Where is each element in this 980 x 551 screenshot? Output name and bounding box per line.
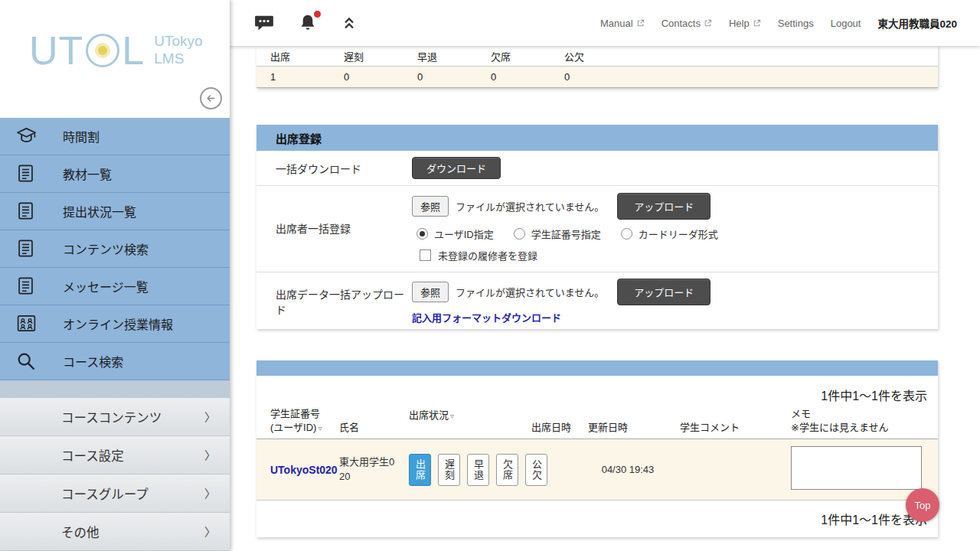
- section-title: 出席登録: [256, 125, 938, 151]
- summary-header-excused: 公欠: [550, 49, 624, 64]
- sidebar-item-submission-status[interactable]: 提出状況一覧: [0, 193, 230, 230]
- double-chevron-up-icon: [340, 14, 358, 32]
- sidebar-item-label: コースグループ: [61, 484, 149, 503]
- topbar-links: Manual Contacts Help Settings Logout 東: [600, 15, 957, 31]
- logo-text-left: UT: [29, 31, 83, 70]
- sidebar-item-label: その他: [61, 523, 100, 541]
- sidebar-item-course-contents[interactable]: コースコンテンツ 〉: [0, 398, 230, 436]
- browse-button[interactable]: 参照: [412, 196, 449, 217]
- notifications-button[interactable]: [297, 12, 318, 34]
- graduation-cap-icon: [15, 125, 41, 148]
- contacts-link[interactable]: Contacts: [662, 18, 712, 29]
- logo-subtitle: UTokyo LMS: [154, 33, 202, 68]
- no-file-text: ファイルが選択されていません。: [456, 199, 604, 214]
- page-content: 出席 遅刻 早退 欠席 公欠 1 0 0 0 0 出席登録 一括ダ: [230, 46, 980, 537]
- student-name: 東大用学生020: [339, 455, 409, 483]
- upload-button[interactable]: アップロード: [617, 279, 710, 305]
- sidebar-item-course-settings[interactable]: コース設定 〉: [0, 436, 230, 474]
- sidebar-item-label: 提出状況一覧: [63, 202, 136, 220]
- header-student-id[interactable]: 学生証番号 (ユーザID)▿: [256, 407, 339, 434]
- external-link-icon: [704, 19, 712, 28]
- browse-button[interactable]: 参照: [412, 282, 449, 302]
- student-id-link[interactable]: UTokyoSt020: [270, 464, 338, 476]
- upload-button[interactable]: アップロード: [617, 193, 710, 220]
- messages-button[interactable]: [253, 11, 276, 34]
- radio-button[interactable]: [514, 228, 525, 240]
- sidebar-item-message-list[interactable]: メッセージ一覧: [0, 268, 230, 305]
- register-mode-radio-group: ユーザID指定 学生証番号指定 カードリーダ形式: [416, 227, 738, 241]
- status-button-absent[interactable]: 欠席: [496, 454, 518, 486]
- student-row: UTokyoSt020 東大用学生020 出席 遅刻 早退 欠席 公欠 04/3: [256, 439, 938, 500]
- sort-down-icon: ▿: [450, 412, 454, 420]
- attendance-registration-section: 出席登録 一括ダウンロード ダウンロード 出席者一括登録 参照 ファイルが選択さ…: [256, 125, 938, 329]
- sidebar-item-course-group[interactable]: コースグループ 〉: [0, 474, 230, 513]
- bulk-upload-row: 出席データ一括アップロード 参照 ファイルが選択されていません。 アップロード …: [256, 272, 938, 329]
- header-student-id-line1: 学生証番号: [270, 408, 320, 419]
- logout-link-label: Logout: [831, 18, 861, 29]
- status-button-group: 出席 遅刻 早退 欠席 公欠: [409, 454, 524, 486]
- sidebar-divider: [0, 380, 230, 398]
- summary-value-present: 1: [256, 71, 330, 83]
- status-button-excused[interactable]: 公欠: [525, 454, 547, 486]
- download-button[interactable]: ダウンロード: [412, 157, 501, 179]
- main-area: Manual Contacts Help Settings Logout 東: [230, 0, 980, 551]
- sidebar-item-materials[interactable]: 教材一覧: [0, 155, 230, 193]
- sidebar: UT L UTokyo LMS 時間割: [0, 0, 230, 551]
- sidebar-item-content-search[interactable]: コンテンツ検索: [0, 230, 230, 268]
- radio-label: 学生証番号指定: [531, 227, 601, 241]
- logout-link[interactable]: Logout: [831, 18, 861, 29]
- header-memo-line1: メモ: [791, 408, 811, 419]
- settings-link[interactable]: Settings: [778, 18, 814, 29]
- sidebar-item-label: コース検索: [63, 352, 123, 370]
- format-download-link[interactable]: 記入用フォーマットダウンロード: [412, 310, 710, 324]
- sidebar-menu: 時間割 教材一覧 提出状況一覧 コンテンツ検索: [0, 118, 230, 380]
- sidebar-item-others[interactable]: その他 〉: [0, 513, 230, 551]
- radio-card-reader-option[interactable]: カードリーダ形式: [621, 227, 718, 241]
- sidebar-item-online-class-info[interactable]: オンライン授業情報: [0, 305, 230, 343]
- sidebar-item-label: コース設定: [61, 446, 124, 465]
- memo-textarea[interactable]: [791, 446, 922, 490]
- manual-link-label: Manual: [600, 18, 633, 29]
- document-list-icon: [15, 237, 41, 260]
- sidebar-item-label: 教材一覧: [63, 165, 112, 183]
- status-button-early-leave[interactable]: 早退: [467, 454, 489, 486]
- sidebar-item-label: コンテンツ検索: [63, 240, 149, 258]
- unregistered-checkbox-row: 未登録の履修者を登録: [420, 248, 738, 262]
- result-count-top: 1件中1〜1件を表示: [256, 376, 938, 407]
- sidebar-collapse-button[interactable]: [200, 87, 222, 109]
- settings-link-label: Settings: [778, 18, 814, 29]
- sidebar-item-course-search[interactable]: コース検索: [0, 343, 230, 380]
- radio-button-checked[interactable]: [416, 228, 428, 240]
- status-button-present[interactable]: 出席: [409, 454, 431, 486]
- summary-value-excused: 0: [550, 71, 624, 83]
- scroll-to-top-button[interactable]: Top: [906, 488, 939, 522]
- summary-value-row: 1 0 0 0 0: [256, 66, 938, 88]
- bulk-download-label: 一括ダウンロード: [256, 161, 412, 176]
- sidebar-item-timetable[interactable]: 時間割: [0, 118, 230, 155]
- user-name: 東大用教職員020: [877, 15, 957, 31]
- utol-logo: UT L UTokyo LMS: [29, 31, 203, 70]
- collapse-header-button[interactable]: [340, 14, 358, 32]
- sidebar-item-label: オンライン授業情報: [63, 315, 173, 333]
- app-root: UT L UTokyo LMS 時間割: [0, 0, 980, 551]
- logo-sun-icon: [86, 34, 119, 67]
- status-button-late[interactable]: 遅刻: [438, 454, 460, 486]
- radio-student-card-number-option[interactable]: 学生証番号指定: [514, 227, 601, 241]
- student-attendance-section: 1件中1〜1件を表示 学生証番号 (ユーザID)▿ 氏名 出席状況▿ 出席日時 …: [256, 360, 938, 537]
- radio-button[interactable]: [621, 228, 632, 240]
- summary-value-early-leave: 0: [403, 71, 477, 83]
- topbar: Manual Contacts Help Settings Logout 東: [230, 0, 980, 46]
- search-icon: [15, 350, 41, 373]
- radio-label: ユーザID指定: [434, 227, 494, 241]
- notification-dot: [314, 11, 321, 18]
- help-link[interactable]: Help: [729, 18, 761, 29]
- unregistered-checkbox[interactable]: [420, 249, 431, 261]
- manual-link[interactable]: Manual: [600, 18, 645, 29]
- summary-header-absent: 欠席: [477, 49, 550, 64]
- radio-user-id-option[interactable]: ユーザID指定: [416, 227, 494, 241]
- summary-header-present: 出席: [256, 49, 330, 64]
- bulk-download-row: 一括ダウンロード ダウンロード: [256, 151, 938, 186]
- document-list-icon: [15, 162, 41, 185]
- header-status[interactable]: 出席状況▿: [409, 407, 524, 422]
- checkbox-label: 未登録の履修者を登録: [438, 248, 537, 262]
